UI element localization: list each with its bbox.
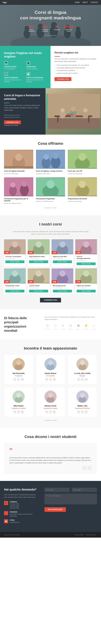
- corso-img-2: 40$: [28, 239, 49, 254]
- team-title: Incontra il team appassionato: [4, 346, 97, 350]
- hero-title: Corsi di linguacon insegnanti madrelingu…: [20, 10, 81, 21]
- stat-students-num: 80mln: [64, 25, 74, 29]
- footer-terms[interactable]: Terms of Service: [86, 534, 96, 536]
- social-facebook-sasha[interactable]: f: [45, 378, 48, 381]
- svg-point-48: [79, 181, 86, 188]
- offer-img-credit: Immagini da Freepik: [4, 207, 97, 208]
- corso-btn-3[interactable]: SCEGLI CORSO: [53, 260, 72, 263]
- corso-badge-7: 15$: [52, 280, 57, 284]
- insegna-title: Insegna l'inglese nel modo migliore: [4, 51, 46, 58]
- logo-icon-6: ⚡: [84, 323, 89, 328]
- logo-label-2: COMPANY: [53, 328, 58, 330]
- corso-img-4: 13$: [75, 239, 97, 254]
- logo-6: ⚡ COMPANY: [83, 323, 89, 330]
- avatar-sasha: [44, 358, 57, 370]
- testimonial-prev[interactable]: ‹: [82, 466, 87, 470]
- svg-point-57: [59, 241, 65, 248]
- corso-card-3: 17$ Inglese per gli affari Ore Tua Eleme…: [52, 239, 73, 266]
- footer-copyright: footer text | Privacy Policy: [4, 534, 19, 536]
- avatar-nat: [12, 358, 25, 370]
- lezione-title: LEZIONE ONLINE: [4, 66, 24, 68]
- corso-desc-8: Ore Tua Elemento.: [77, 287, 96, 289]
- svg-point-45: [46, 180, 55, 188]
- corso-desc-2: Ore Tua Elemento.: [29, 258, 48, 260]
- form-message-textarea[interactable]: [44, 494, 97, 504]
- corso-card-8: 17$ Inglese per bambini Ore Tua Elemento…: [75, 268, 97, 294]
- col-perche: Perché scegliere noi Ours sunt alea dolo…: [50, 46, 101, 88]
- team-name-sasha: Sasha Rayne: [39, 372, 62, 374]
- corso-desc-5: Ore Tua Elemento.: [5, 287, 24, 289]
- corso-body-8: Inglese per bambini Ore Tua Elemento. SC…: [75, 284, 97, 294]
- nav-home[interactable]: HOME: [75, 2, 80, 4]
- corporate-right: [46, 88, 101, 134]
- social-linkedin-monica[interactable]: in: [53, 410, 56, 414]
- team-name-vita: La mia vita è bella: [71, 372, 94, 374]
- footer-privacy[interactable]: Privacy Policy: [75, 534, 83, 536]
- corso-body-1: Corsi per i principianti Ore Tua Element…: [4, 254, 26, 264]
- hero-section: Corsi di linguacon insegnanti madrelingu…: [0, 0, 101, 46]
- svg-rect-24: [67, 113, 73, 114]
- form-submit-btn[interactable]: INVIA MESSAGGIO: [44, 507, 66, 512]
- social-linkedin-vita[interactable]: in: [85, 378, 88, 381]
- corso-body-7: Mini gruppi privati Ore Tua Elemento. SC…: [52, 284, 73, 294]
- social-facebook-walter[interactable]: f: [77, 410, 80, 414]
- offer-card-3: Corsi per over 30 ut amet ab nostri ratq…: [68, 150, 97, 175]
- nav-contact[interactable]: CONTACT: [91, 2, 98, 4]
- stat-insegnanti-num: 74: [54, 25, 60, 29]
- perche-btn[interactable]: SAPERNE DI PIÙ: [55, 77, 71, 81]
- offer-title-3: Corsi per over 30: [68, 170, 97, 172]
- social-twitter-vita[interactable]: t: [81, 378, 84, 381]
- svg-point-75: [16, 360, 21, 365]
- social-facebook-monica[interactable]: f: [45, 410, 48, 414]
- corso-title-4: Corsi di autoapprendimento: [77, 256, 96, 260]
- corso-badge-2: 40$: [28, 251, 33, 254]
- corso-btn-8[interactable]: SCEGLI CORSO: [77, 290, 96, 292]
- corso-btn-7[interactable]: SCEGLI CORSO: [53, 290, 72, 292]
- social-facebook-nat[interactable]: f: [13, 378, 16, 381]
- social-facebook-vita[interactable]: f: [77, 378, 80, 381]
- social-twitter-mila[interactable]: t: [17, 410, 20, 414]
- form-name-input[interactable]: [44, 488, 70, 492]
- offer-desc-6: ut amet ab nostri ratque: [68, 200, 97, 202]
- svg-point-87: [48, 393, 53, 398]
- formazione-icon: 📋: [26, 72, 30, 76]
- nav-about[interactable]: ABOUT: [82, 2, 88, 4]
- contact-title: Hai qualche domanda?: [4, 488, 39, 492]
- team-img-credit: Immagini da Freepik: [4, 420, 97, 421]
- corso-body-2: Apprendimento online Ore Tua Elemento. S…: [28, 254, 49, 264]
- svg-point-63: [12, 270, 18, 277]
- logo-label-1: COMPANY: [45, 328, 50, 330]
- social-twitter-monica[interactable]: t: [49, 410, 52, 414]
- corso-desc-6: Ore Tua Elemento.: [29, 287, 48, 289]
- corso-btn-6[interactable]: SCEGLI CORSO: [29, 290, 48, 292]
- perche-title: Perché scegliere noi: [55, 51, 97, 54]
- corso-btn-4[interactable]: SCEGLI CORSO: [77, 262, 96, 265]
- form-email-input[interactable]: [72, 488, 97, 492]
- social-linkedin-mila[interactable]: in: [21, 410, 24, 414]
- social-twitter-nat[interactable]: t: [17, 378, 20, 381]
- corso-btn-1[interactable]: SCEGLI CORSO: [5, 260, 24, 263]
- corso-card-2: 40$ Apprendimento online Ore Tua Element…: [28, 239, 49, 266]
- offriamo-title: Cosa offriamo: [4, 141, 97, 146]
- social-facebook-mila[interactable]: f: [13, 410, 16, 414]
- corporate-btn[interactable]: SAPERNE DI PIÙ: [4, 120, 21, 124]
- corso-title-2: Apprendimento online: [29, 256, 48, 258]
- offer-img-3: [68, 150, 97, 169]
- social-linkedin-walter[interactable]: in: [85, 410, 88, 414]
- corso-btn-2[interactable]: SCEGLI CORSO: [29, 260, 48, 263]
- stat-years-num: 10+: [27, 25, 36, 29]
- testimonial-next[interactable]: ›: [88, 466, 92, 470]
- insegna-features: 🖥️ LEZIONE ONLINE Ore Tua Elemento. 🎓 TR…: [4, 61, 46, 83]
- logo-3: ✦ COMPANY: [60, 323, 66, 330]
- corso-title-7: Mini gruppi privati: [53, 285, 72, 287]
- team-name-monica: Monica Pouli: [39, 405, 62, 407]
- social-twitter-walter[interactable]: t: [81, 410, 84, 414]
- corso-body-3: Inglese per gli affari Ore Tua Elemento.…: [52, 254, 73, 264]
- corsi-more-btn[interactable]: SAPERNE DI PIÙ: [40, 298, 61, 302]
- svg-point-84: [16, 393, 21, 398]
- social-linkedin-sasha[interactable]: in: [53, 378, 56, 381]
- corso-desc-4: Ore Tua Elemento.: [77, 260, 96, 262]
- social-linkedin-nat[interactable]: in: [21, 378, 24, 381]
- corso-btn-5[interactable]: SCEGLI CORSO: [5, 290, 24, 292]
- social-twitter-sasha[interactable]: t: [49, 378, 52, 381]
